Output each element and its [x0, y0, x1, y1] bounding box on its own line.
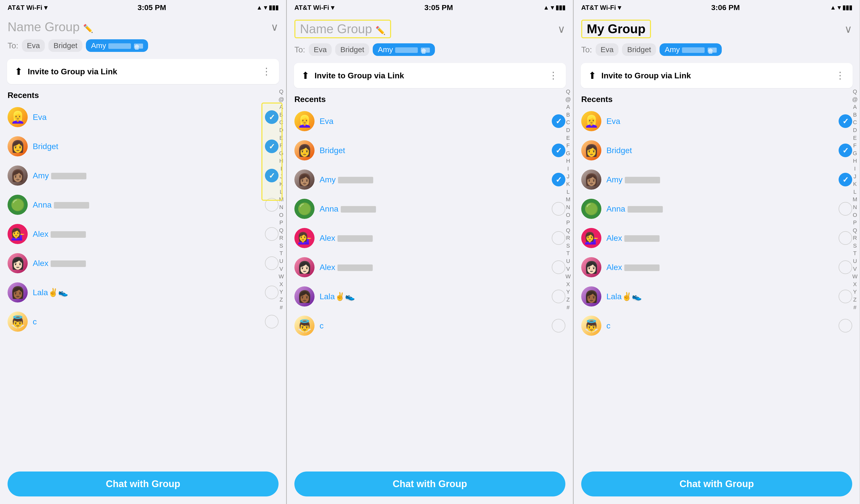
- alpha-letter-O[interactable]: O: [279, 212, 283, 219]
- contact-row[interactable]: 🟢Anna: [291, 194, 569, 224]
- more-options-icon[interactable]: ⋮: [262, 66, 271, 77]
- alpha-letter-Y[interactable]: Y: [566, 288, 570, 296]
- alpha-letter-B[interactable]: B: [279, 111, 283, 119]
- contact-row[interactable]: 👩🏾Lala✌️👟: [578, 282, 856, 311]
- contact-row[interactable]: 💁‍♀️Alex: [578, 224, 856, 253]
- contact-row[interactable]: 👩🏽Amy: [578, 165, 856, 194]
- alpha-letter-D[interactable]: D: [566, 127, 570, 134]
- alpha-letter-X[interactable]: X: [566, 281, 570, 288]
- more-options-icon[interactable]: ⋮: [548, 70, 558, 81]
- alpha-letter-#[interactable]: #: [567, 304, 570, 311]
- alpha-letter-J[interactable]: J: [567, 173, 569, 181]
- recipient-chip-bridget[interactable]: Bridget: [622, 43, 656, 56]
- chevron-down-icon[interactable]: ∨: [844, 23, 852, 35]
- chevron-down-icon[interactable]: ∨: [558, 23, 565, 35]
- unchecked-circle[interactable]: [838, 319, 852, 332]
- alpha-letter-W[interactable]: W: [852, 273, 858, 280]
- alpha-letter-T[interactable]: T: [567, 250, 570, 257]
- alpha-letter-L[interactable]: L: [567, 188, 570, 196]
- contact-row[interactable]: 🟢Anna: [578, 194, 856, 224]
- contact-row[interactable]: 👩Bridget: [4, 132, 282, 161]
- alpha-letter-Z[interactable]: Z: [567, 296, 570, 303]
- alpha-letter-H[interactable]: H: [566, 157, 570, 165]
- alpha-letter-A[interactable]: A: [566, 103, 570, 111]
- alpha-letter-I[interactable]: I: [281, 165, 282, 173]
- alpha-letter-I[interactable]: I: [854, 165, 856, 173]
- alpha-letter-Q[interactable]: Q: [566, 88, 570, 96]
- alpha-letter-K[interactable]: K: [279, 181, 283, 188]
- contact-row[interactable]: 🟢Anna: [4, 190, 282, 219]
- alpha-letter-F[interactable]: F: [280, 142, 283, 149]
- alpha-letter-R[interactable]: R: [566, 234, 570, 242]
- alpha-letter-A[interactable]: A: [853, 103, 857, 111]
- alpha-letter-B[interactable]: B: [853, 111, 857, 119]
- recipient-chip-amy[interactable]: Amy 🗑: [373, 43, 435, 56]
- alpha-letter-A[interactable]: A: [279, 103, 283, 111]
- alpha-letter-W[interactable]: W: [565, 273, 571, 280]
- recipient-chip-bridget[interactable]: Bridget: [48, 39, 82, 52]
- alpha-letter-M[interactable]: M: [279, 196, 284, 203]
- recipient-chip-eva[interactable]: Eva: [22, 39, 45, 52]
- contact-row[interactable]: 👼c: [291, 311, 569, 340]
- alpha-letter-O[interactable]: O: [853, 212, 857, 219]
- contact-row[interactable]: 👩🏻Alex: [291, 253, 569, 282]
- alpha-letter-F[interactable]: F: [567, 142, 570, 149]
- alpha-letter-N[interactable]: N: [279, 204, 283, 211]
- contact-row[interactable]: 👩🏽Amy: [291, 165, 569, 194]
- alpha-letter-G[interactable]: G: [279, 150, 283, 157]
- alpha-letter-@[interactable]: @: [278, 96, 284, 103]
- invite-row[interactable]: ⬆ Invite to Group via Link ⋮: [581, 63, 853, 88]
- alpha-letter-S[interactable]: S: [279, 242, 283, 249]
- alpha-letter-C[interactable]: C: [566, 119, 570, 126]
- alpha-letter-Q[interactable]: Q: [279, 227, 283, 234]
- chevron-down-icon[interactable]: ∨: [271, 21, 278, 33]
- invite-row[interactable]: ⬆ Invite to Group via Link ⋮: [7, 59, 279, 84]
- alpha-letter-D[interactable]: D: [279, 127, 283, 134]
- alpha-letter-@[interactable]: @: [565, 96, 571, 103]
- contact-row[interactable]: 💁‍♀️Alex: [4, 219, 282, 249]
- alpha-letter-P[interactable]: P: [566, 219, 570, 227]
- alpha-letter-F[interactable]: F: [853, 142, 857, 149]
- alpha-letter-R[interactable]: R: [279, 234, 283, 242]
- contact-row[interactable]: 👩🏾Lala✌️👟: [291, 282, 569, 311]
- contact-row[interactable]: 👩Bridget: [578, 136, 856, 165]
- alpha-letter-@[interactable]: @: [852, 96, 858, 103]
- alpha-letter-E[interactable]: E: [853, 134, 857, 142]
- alpha-letter-M[interactable]: M: [566, 196, 570, 203]
- alpha-letter-P[interactable]: P: [279, 219, 283, 227]
- alpha-letter-S[interactable]: S: [566, 242, 570, 249]
- unchecked-circle[interactable]: [552, 319, 565, 332]
- group-name-title[interactable]: My Group: [581, 20, 651, 38]
- alpha-letter-E[interactable]: E: [279, 134, 283, 142]
- alpha-letter-X[interactable]: X: [853, 281, 857, 288]
- alpha-letter-J[interactable]: J: [854, 173, 856, 181]
- alpha-letter-N[interactable]: N: [566, 204, 570, 211]
- alpha-letter-W[interactable]: W: [278, 273, 284, 280]
- alpha-letter-T[interactable]: T: [280, 250, 283, 257]
- contact-row[interactable]: 👩🏾Lala✌️👟: [4, 278, 282, 307]
- group-name-title[interactable]: Name Group ✏️: [295, 20, 391, 38]
- contact-row[interactable]: 👼c: [4, 307, 282, 336]
- group-name-title[interactable]: Name Group ✏️: [8, 20, 93, 34]
- invite-row[interactable]: ⬆ Invite to Group via Link ⋮: [294, 63, 566, 88]
- recipient-chip-amy[interactable]: Amy 🗑: [86, 39, 148, 52]
- contact-row[interactable]: 👩🏻Alex: [4, 249, 282, 278]
- recipient-chip-eva[interactable]: Eva: [596, 43, 619, 56]
- alpha-letter-K[interactable]: K: [853, 181, 857, 188]
- contact-row[interactable]: 👩Bridget: [291, 136, 569, 165]
- alpha-letter-Y[interactable]: Y: [853, 288, 857, 296]
- recipient-chip-eva[interactable]: Eva: [309, 43, 332, 56]
- alpha-letter-U[interactable]: U: [566, 258, 570, 265]
- alpha-letter-V[interactable]: V: [853, 265, 857, 273]
- recipient-chip-amy[interactable]: Amy 🗑: [660, 43, 722, 56]
- alpha-letter-Z[interactable]: Z: [280, 296, 283, 303]
- alpha-letter-V[interactable]: V: [566, 265, 570, 273]
- alpha-letter-Q[interactable]: Q: [853, 88, 857, 96]
- recipient-chip-bridget[interactable]: Bridget: [335, 43, 369, 56]
- alpha-letter-X[interactable]: X: [279, 281, 283, 288]
- contact-row[interactable]: 💁‍♀️Alex: [291, 224, 569, 253]
- contact-row[interactable]: 👱‍♀️Eva: [4, 102, 282, 132]
- alpha-letter-G[interactable]: G: [853, 150, 857, 157]
- alpha-letter-Q[interactable]: Q: [279, 88, 283, 96]
- alpha-letter-J[interactable]: J: [280, 173, 283, 181]
